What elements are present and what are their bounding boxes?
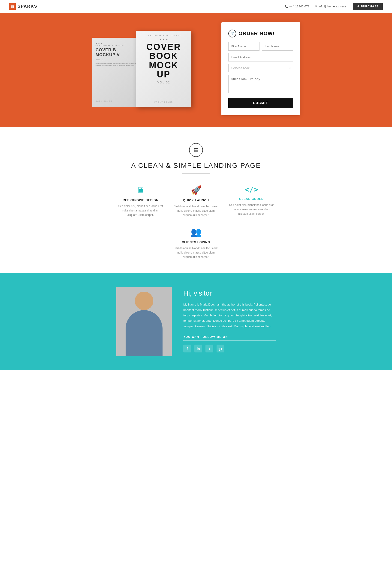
book-front-title: COVERBOOKMOCKUP xyxy=(146,43,181,79)
follow-label: YOU CAN FOLLOW ME ON xyxy=(183,335,276,341)
book-icon: ▤ xyxy=(194,147,198,153)
book-front: CUSTOMIZABLE VECTOR PSD ★ ★ ★ COVERBOOKM… xyxy=(136,31,191,107)
stars: ★ ★ ★ xyxy=(96,43,102,45)
download-icon: ⬇ xyxy=(357,5,360,8)
logo-text: SPARKS xyxy=(17,4,37,9)
author-greeting: Hi, visitor xyxy=(183,289,276,297)
feature-clients-title: CLIENTS LOVING xyxy=(173,240,219,244)
code-icon: </> xyxy=(228,185,275,194)
monitor-icon: 🖥 xyxy=(117,185,164,195)
people-icon: 👥 xyxy=(173,227,219,237)
author-photo-wrap xyxy=(116,287,172,356)
logo: ▤ SPARKS xyxy=(9,3,37,10)
rocket-icon: 🚀 xyxy=(173,185,219,195)
email-address: info@theme.express xyxy=(319,5,346,8)
book-select[interactable]: Select a book Book Vol. 01 Book Vol. 02 … xyxy=(228,64,293,72)
purchase-button[interactable]: ⬇ PURCHASE xyxy=(353,3,383,10)
author-head-shape xyxy=(135,292,153,310)
first-name-input[interactable] xyxy=(228,42,259,51)
feature-coded-desc: Sed dolor nisl, blandit nec lacus erat n… xyxy=(228,203,275,216)
book-back-label-small: CUSTOMIZABLE VECTOR xyxy=(96,45,124,46)
feature-launch: 🚀 QUICK LAUNCH Sed dolor nisl, blandit n… xyxy=(173,185,219,218)
social-icons: f in t g+ xyxy=(183,344,276,352)
section-title: A CLEAN & SIMPLE LANDING PAGE xyxy=(9,162,383,169)
hero-section: ★ ★ ★ CUSTOMIZABLE VECTOR COVER BMOCKUP … xyxy=(0,13,392,127)
author-info: Hi, visitor My Name is Maria Doe. I am t… xyxy=(183,287,276,352)
phone-contact: 📞 +44 12345 678 xyxy=(284,5,309,8)
front-stars: ★ ★ ★ xyxy=(159,38,168,41)
last-name-input[interactable] xyxy=(262,42,293,51)
feature-responsive: 🖥 RESPONSIVE DESIGN Sed dolor nisl, blan… xyxy=(117,185,164,218)
features-icon-circle: ▤ xyxy=(189,143,203,157)
author-body-shape xyxy=(126,310,163,356)
feature-clients-desc: Sed dolor nisl, blandit nec lacus erat n… xyxy=(173,246,219,259)
cart-icon-circle: 🛒 xyxy=(228,30,236,37)
section-divider xyxy=(182,173,210,174)
question-textarea[interactable] xyxy=(228,75,293,93)
header-right: 📞 +44 12345 678 ✉ info@theme.express ⬇ P… xyxy=(284,3,383,10)
features-grid: 🖥 RESPONSIVE DESIGN Sed dolor nisl, blan… xyxy=(92,185,300,259)
logo-icon: ▤ xyxy=(9,3,16,10)
book-front-label-small: CUSTOMIZABLE VECTOR PSD xyxy=(147,35,181,36)
facebook-icon[interactable]: f xyxy=(183,344,191,352)
purchase-label: PURCHASE xyxy=(361,5,378,8)
author-section: Hi, visitor My Name is Maria Doe. I am t… xyxy=(0,273,392,370)
feature-launch-desc: Sed dolor nisl, blandit nec lacus erat n… xyxy=(173,204,219,218)
header-contact: 📞 +44 12345 678 ✉ info@theme.express xyxy=(284,5,346,8)
feature-responsive-desc: Sed dolor nisl, blandit nec lacus erat n… xyxy=(117,204,164,217)
feature-coded-title: CLEAN CODED xyxy=(228,197,275,201)
googleplus-icon[interactable]: g+ xyxy=(217,344,224,352)
front-cover-label: FRONT COVER xyxy=(154,101,173,103)
header: ▤ SPARKS 📞 +44 12345 678 ✉ info@theme.ex… xyxy=(0,0,392,13)
linkedin-icon[interactable]: in xyxy=(194,344,202,352)
book-display: ★ ★ ★ CUSTOMIZABLE VECTOR COVER BMOCKUP … xyxy=(92,31,212,107)
order-form-card: 🛒 ORDER NOW! Select a book Book Vol. 01 … xyxy=(221,22,300,115)
book-back-text: Lorem ipsum dolor sit amet consectetur. … xyxy=(96,63,137,67)
name-row xyxy=(228,42,293,51)
email-contact: ✉ info@theme.express xyxy=(315,5,346,8)
phone-number: +44 12345 678 xyxy=(289,5,309,8)
feature-launch-title: QUICK LAUNCH xyxy=(173,198,219,202)
book-back: ★ ★ ★ CUSTOMIZABLE VECTOR COVER BMOCKUP … xyxy=(92,38,140,107)
book-vol: VOL.02 xyxy=(157,81,170,84)
back-cover-label: BACK COVER xyxy=(96,100,112,102)
phone-icon: 📞 xyxy=(284,5,288,8)
feature-responsive-title: RESPONSIVE DESIGN xyxy=(117,198,164,202)
features-section: ▤ A CLEAN & SIMPLE LANDING PAGE 🖥 RESPON… xyxy=(0,127,392,273)
book-select-wrapper: Select a book Book Vol. 01 Book Vol. 02 … xyxy=(228,64,293,72)
cart-icon: 🛒 xyxy=(230,32,234,35)
feature-coded: </> CLEAN CODED Sed dolor nisl, blandit … xyxy=(228,185,275,218)
book-mockup-label: VOL. 01 xyxy=(96,59,105,61)
author-bio: My Name is Maria Doe. I am the author of… xyxy=(183,302,276,329)
book-back-title: COVER BMOCKUP V xyxy=(96,48,120,58)
twitter-icon[interactable]: t xyxy=(206,344,213,352)
order-title-row: 🛒 ORDER NOW! xyxy=(228,30,293,37)
submit-button[interactable]: SUBMIT xyxy=(228,98,293,108)
author-photo xyxy=(116,287,172,356)
feature-clients: 👥 CLIENTS LOVING Sed dolor nisl, blandit… xyxy=(173,227,219,259)
email-icon: ✉ xyxy=(315,5,317,8)
email-input[interactable] xyxy=(228,53,293,61)
order-title-text: ORDER NOW! xyxy=(238,30,275,37)
